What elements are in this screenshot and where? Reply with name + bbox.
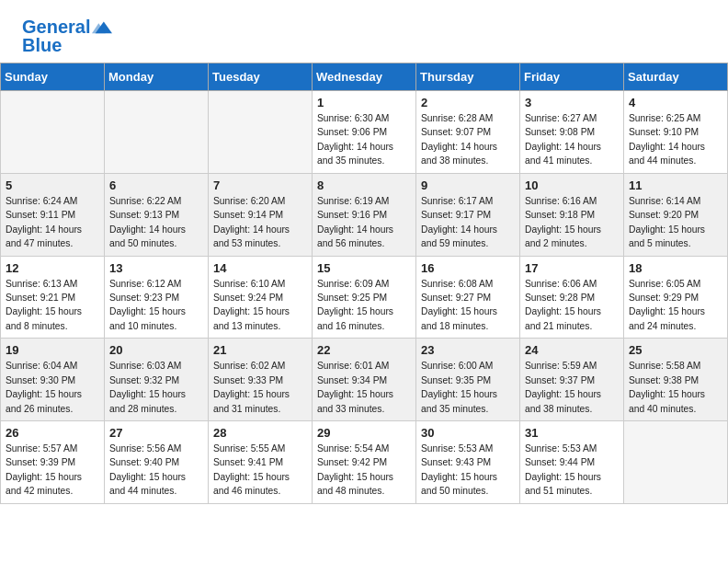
calendar-cell-day-4: 4Sunrise: 6:25 AMSunset: 9:10 PMDaylight… <box>624 91 728 174</box>
calendar-cell-day-2: 2Sunrise: 6:28 AMSunset: 9:07 PMDaylight… <box>416 91 520 174</box>
weekday-header-tuesday: Tuesday <box>209 63 313 91</box>
day-number: 25 <box>629 343 722 357</box>
day-number: 9 <box>421 178 515 192</box>
page-header: General Blue <box>0 0 728 63</box>
day-info: Sunrise: 5:54 AMSunset: 9:42 PMDaylight:… <box>317 442 411 499</box>
logo-blue-text: Blue <box>22 35 62 55</box>
calendar-cell-empty <box>1 91 105 174</box>
day-number: 15 <box>317 261 411 275</box>
day-info: Sunrise: 6:22 AMSunset: 9:13 PMDaylight:… <box>109 194 203 251</box>
day-info: Sunrise: 6:25 AMSunset: 9:10 PMDaylight:… <box>629 111 722 168</box>
calendar-cell-day-25: 25Sunrise: 5:58 AMSunset: 9:38 PMDayligh… <box>624 339 728 421</box>
day-number: 11 <box>629 178 722 192</box>
weekday-header-friday: Friday <box>520 63 624 91</box>
calendar-cell-day-31: 31Sunrise: 5:53 AMSunset: 9:44 PMDayligh… <box>520 421 624 504</box>
weekday-header-monday: Monday <box>105 63 209 91</box>
day-number: 7 <box>213 178 307 192</box>
calendar-cell-empty <box>105 91 209 174</box>
day-number: 23 <box>421 343 515 357</box>
day-info: Sunrise: 6:16 AMSunset: 9:18 PMDaylight:… <box>525 194 619 251</box>
day-info: Sunrise: 6:24 AMSunset: 9:11 PMDaylight:… <box>6 194 99 251</box>
calendar-week-row: 19Sunrise: 6:04 AMSunset: 9:30 PMDayligh… <box>1 339 728 421</box>
day-number: 2 <box>421 96 515 109</box>
calendar-cell-day-22: 22Sunrise: 6:01 AMSunset: 9:34 PMDayligh… <box>313 339 416 421</box>
calendar-cell-day-24: 24Sunrise: 5:59 AMSunset: 9:37 PMDayligh… <box>520 339 624 421</box>
calendar-cell-day-28: 28Sunrise: 5:55 AMSunset: 9:41 PMDayligh… <box>209 421 313 504</box>
calendar-cell-day-11: 11Sunrise: 6:14 AMSunset: 9:20 PMDayligh… <box>624 173 728 256</box>
calendar-cell-day-7: 7Sunrise: 6:20 AMSunset: 9:14 PMDaylight… <box>209 173 313 256</box>
day-info: Sunrise: 6:28 AMSunset: 9:07 PMDaylight:… <box>421 111 515 168</box>
day-info: Sunrise: 6:04 AMSunset: 9:30 PMDaylight:… <box>6 359 99 416</box>
day-info: Sunrise: 5:55 AMSunset: 9:41 PMDaylight:… <box>213 442 307 499</box>
calendar-cell-day-3: 3Sunrise: 6:27 AMSunset: 9:08 PMDaylight… <box>520 91 624 174</box>
day-info: Sunrise: 6:02 AMSunset: 9:33 PMDaylight:… <box>213 359 307 416</box>
calendar-week-row: 26Sunrise: 5:57 AMSunset: 9:39 PMDayligh… <box>1 421 728 504</box>
day-number: 20 <box>109 343 203 357</box>
day-number: 16 <box>421 261 515 275</box>
weekday-header-sunday: Sunday <box>1 63 105 91</box>
logo-icon <box>92 17 112 37</box>
day-number: 8 <box>317 178 411 192</box>
calendar-cell-day-8: 8Sunrise: 6:19 AMSunset: 9:16 PMDaylight… <box>313 173 416 256</box>
calendar-cell-day-19: 19Sunrise: 6:04 AMSunset: 9:30 PMDayligh… <box>1 339 105 421</box>
day-number: 26 <box>6 426 99 440</box>
calendar-cell-day-1: 1Sunrise: 6:30 AMSunset: 9:06 PMDaylight… <box>313 91 416 174</box>
calendar-cell-day-26: 26Sunrise: 5:57 AMSunset: 9:39 PMDayligh… <box>1 421 105 504</box>
calendar-week-row: 12Sunrise: 6:13 AMSunset: 9:21 PMDayligh… <box>1 256 728 339</box>
calendar-cell-day-30: 30Sunrise: 5:53 AMSunset: 9:43 PMDayligh… <box>416 421 520 504</box>
weekday-header-wednesday: Wednesday <box>313 63 416 91</box>
calendar-cell-day-13: 13Sunrise: 6:12 AMSunset: 9:23 PMDayligh… <box>105 256 209 339</box>
day-info: Sunrise: 6:27 AMSunset: 9:08 PMDaylight:… <box>525 111 619 168</box>
calendar-cell-day-15: 15Sunrise: 6:09 AMSunset: 9:25 PMDayligh… <box>313 256 416 339</box>
calendar-cell-day-6: 6Sunrise: 6:22 AMSunset: 9:13 PMDaylight… <box>105 173 209 256</box>
day-number: 4 <box>629 96 722 109</box>
logo-text: General <box>22 17 90 37</box>
day-number: 5 <box>6 178 99 192</box>
day-number: 17 <box>525 261 619 275</box>
day-info: Sunrise: 6:20 AMSunset: 9:14 PMDaylight:… <box>213 194 307 251</box>
calendar-cell-day-23: 23Sunrise: 6:00 AMSunset: 9:35 PMDayligh… <box>416 339 520 421</box>
day-number: 30 <box>421 426 515 440</box>
logo: General Blue <box>22 17 112 55</box>
day-info: Sunrise: 6:19 AMSunset: 9:16 PMDaylight:… <box>317 194 411 251</box>
day-info: Sunrise: 6:03 AMSunset: 9:32 PMDaylight:… <box>109 359 203 416</box>
day-info: Sunrise: 5:53 AMSunset: 9:44 PMDaylight:… <box>525 442 619 499</box>
day-info: Sunrise: 6:12 AMSunset: 9:23 PMDaylight:… <box>109 277 203 334</box>
day-info: Sunrise: 5:58 AMSunset: 9:38 PMDaylight:… <box>629 359 722 416</box>
calendar-header-row: SundayMondayTuesdayWednesdayThursdayFrid… <box>1 63 728 91</box>
day-number: 21 <box>213 343 307 357</box>
day-number: 22 <box>317 343 411 357</box>
day-number: 18 <box>629 261 722 275</box>
calendar-cell-day-17: 17Sunrise: 6:06 AMSunset: 9:28 PMDayligh… <box>520 256 624 339</box>
day-number: 10 <box>525 178 619 192</box>
day-number: 28 <box>213 426 307 440</box>
day-number: 1 <box>317 96 411 109</box>
day-info: Sunrise: 5:56 AMSunset: 9:40 PMDaylight:… <box>109 442 203 499</box>
calendar-cell-day-21: 21Sunrise: 6:02 AMSunset: 9:33 PMDayligh… <box>209 339 313 421</box>
calendar-cell-empty <box>624 421 728 504</box>
day-info: Sunrise: 5:59 AMSunset: 9:37 PMDaylight:… <box>525 359 619 416</box>
calendar-cell-day-5: 5Sunrise: 6:24 AMSunset: 9:11 PMDaylight… <box>1 173 105 256</box>
calendar-table: SundayMondayTuesdayWednesdayThursdayFrid… <box>0 63 728 504</box>
day-info: Sunrise: 6:00 AMSunset: 9:35 PMDaylight:… <box>421 359 515 416</box>
calendar-cell-day-10: 10Sunrise: 6:16 AMSunset: 9:18 PMDayligh… <box>520 173 624 256</box>
day-info: Sunrise: 5:53 AMSunset: 9:43 PMDaylight:… <box>421 442 515 499</box>
calendar-cell-day-29: 29Sunrise: 5:54 AMSunset: 9:42 PMDayligh… <box>313 421 416 504</box>
day-number: 29 <box>317 426 411 440</box>
calendar-cell-day-9: 9Sunrise: 6:17 AMSunset: 9:17 PMDaylight… <box>416 173 520 256</box>
day-info: Sunrise: 6:09 AMSunset: 9:25 PMDaylight:… <box>317 277 411 334</box>
day-info: Sunrise: 6:05 AMSunset: 9:29 PMDaylight:… <box>629 277 722 334</box>
calendar-week-row: 5Sunrise: 6:24 AMSunset: 9:11 PMDaylight… <box>1 173 728 256</box>
day-number: 31 <box>525 426 619 440</box>
calendar-cell-day-16: 16Sunrise: 6:08 AMSunset: 9:27 PMDayligh… <box>416 256 520 339</box>
day-info: Sunrise: 6:08 AMSunset: 9:27 PMDaylight:… <box>421 277 515 334</box>
day-info: Sunrise: 6:06 AMSunset: 9:28 PMDaylight:… <box>525 277 619 334</box>
calendar-cell-day-20: 20Sunrise: 6:03 AMSunset: 9:32 PMDayligh… <box>105 339 209 421</box>
day-number: 6 <box>109 178 203 192</box>
day-number: 27 <box>109 426 203 440</box>
calendar-week-row: 1Sunrise: 6:30 AMSunset: 9:06 PMDaylight… <box>1 91 728 174</box>
day-info: Sunrise: 5:57 AMSunset: 9:39 PMDaylight:… <box>6 442 99 499</box>
day-info: Sunrise: 6:14 AMSunset: 9:20 PMDaylight:… <box>629 194 722 251</box>
calendar-cell-day-14: 14Sunrise: 6:10 AMSunset: 9:24 PMDayligh… <box>209 256 313 339</box>
day-number: 24 <box>525 343 619 357</box>
